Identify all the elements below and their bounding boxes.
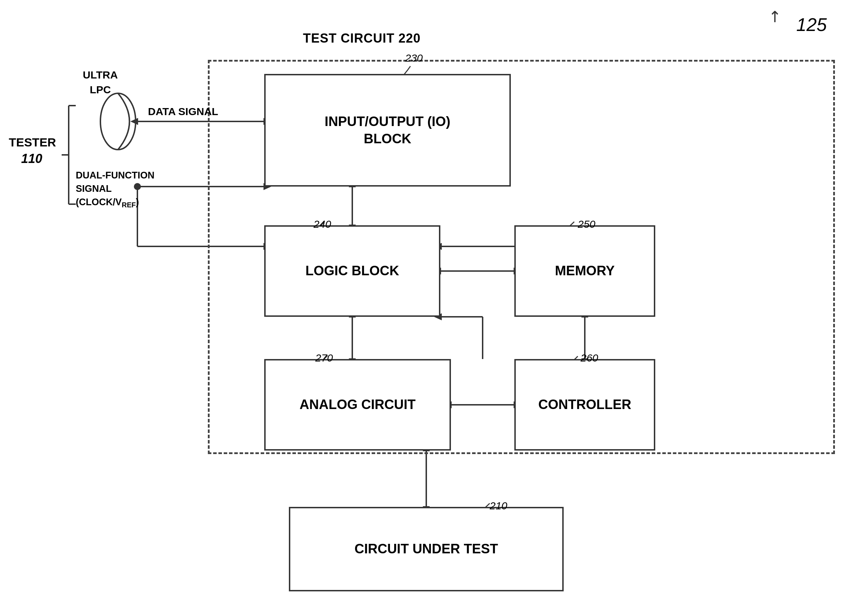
data-signal-label: DATA SIGNAL <box>148 105 218 118</box>
memory-block: MEMORY <box>514 225 655 317</box>
test-circuit-label: TEST CIRCUIT 220 <box>303 31 421 46</box>
dual-function-label: DUAL-FUNCTIONSIGNAL(CLOCK/VREF) <box>76 169 154 210</box>
circuit-under-test-block: CIRCUIT UNDER TEST <box>289 507 564 592</box>
controller-block: CONTROLLER <box>514 359 655 451</box>
svg-marker-7 <box>130 118 138 125</box>
ultra-lpc-label: ULTRA LPC <box>83 67 118 97</box>
logic-block: LOGIC BLOCK <box>264 225 440 317</box>
analog-circuit-block: ANALOG CIRCUIT <box>264 359 451 451</box>
tester-number: 110 <box>21 151 42 166</box>
diagram: 125 ↗ TEST CIRCUIT 220 230 TESTER 110 UL… <box>0 0 855 616</box>
figure-arrow: ↗ <box>763 5 785 27</box>
ref-240: 240 <box>314 218 331 230</box>
figure-number: 125 <box>796 14 827 35</box>
tester-label: TESTER <box>9 136 56 149</box>
ref-260: 260 <box>581 352 598 364</box>
ref-270: 270 <box>315 352 333 364</box>
io-block: INPUT/OUTPUT (IO) BLOCK <box>264 74 511 186</box>
ref-250: 250 <box>578 218 595 230</box>
ref-230: 230 <box>405 52 423 64</box>
svg-point-0 <box>100 93 136 150</box>
ref-210: 210 <box>490 500 507 512</box>
